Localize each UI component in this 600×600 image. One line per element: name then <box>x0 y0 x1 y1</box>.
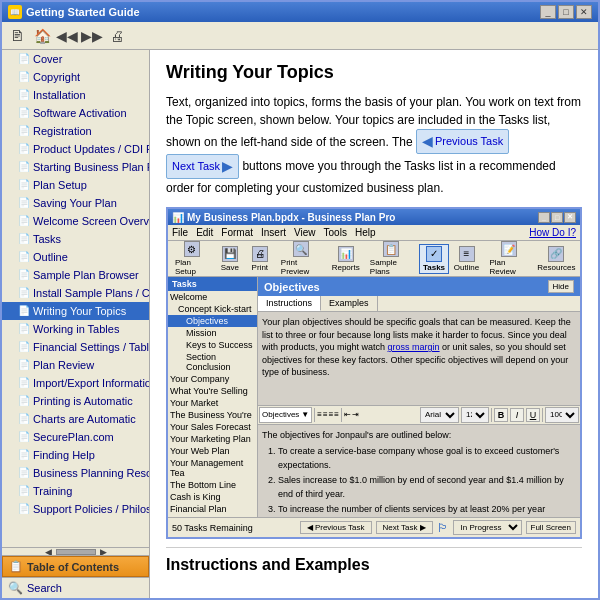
format-icon-4[interactable]: ≡ <box>334 410 339 419</box>
sidebar-item-tables[interactable]: 📄Working in Tables <box>2 320 149 338</box>
tree-finish[interactable]: Finish and Polish <box>168 515 257 517</box>
tree-selling[interactable]: What You're Selling <box>168 385 257 397</box>
toc-button[interactable]: 📋 Table of Contents <box>2 556 149 577</box>
menu-tools[interactable]: Tools <box>324 227 347 238</box>
in-progress-select[interactable]: In Progress <box>453 520 522 535</box>
tree-management[interactable]: Your Management Tea <box>168 457 257 479</box>
menu-insert[interactable]: Insert <box>261 227 286 238</box>
hide-button[interactable]: Hide <box>548 280 574 293</box>
inner-minimize-btn[interactable]: _ <box>538 212 550 223</box>
inner-next-task-btn[interactable]: Next Task ▶ <box>376 521 433 534</box>
tree-business[interactable]: The Business You're <box>168 409 257 421</box>
sidebar-item-cover[interactable]: 📄Cover <box>2 50 149 68</box>
sidebar-item-registration[interactable]: 📄Registration <box>2 122 149 140</box>
how-do-i-link[interactable]: How Do I? <box>529 227 576 238</box>
sidebar-item-charts[interactable]: 📄Charts are Automatic <box>2 410 149 428</box>
tree-mission[interactable]: Mission <box>168 327 257 339</box>
tree-welcome[interactable]: Welcome <box>168 291 257 303</box>
tree-cash[interactable]: Cash is King <box>168 491 257 503</box>
menu-view[interactable]: View <box>294 227 316 238</box>
toolbar-print-button[interactable]: 🖨 <box>106 25 128 47</box>
gross-margin-link[interactable]: gross margin <box>388 342 440 352</box>
inner-reports-btn[interactable]: 📊 Reports <box>329 244 363 274</box>
sidebar-item-business-planning[interactable]: 📄Business Planning Resourc <box>2 464 149 482</box>
inner-prev-task-btn[interactable]: ◀ Previous Task <box>300 521 372 534</box>
sidebar-item-installation[interactable]: 📄Installation <box>2 86 149 104</box>
format-icon-1[interactable]: ≡ <box>317 410 322 419</box>
objectives-selector[interactable]: Objectives ▼ <box>259 407 312 423</box>
sidebar-item-secure[interactable]: 📄SecurePlan.com <box>2 428 149 446</box>
inner-plan-setup-btn[interactable]: ⚙ Plan Setup <box>170 239 214 278</box>
close-button[interactable]: ✕ <box>576 5 592 19</box>
bold-btn[interactable]: B <box>494 408 508 422</box>
minimize-button[interactable]: _ <box>540 5 556 19</box>
sidebar-item-plan-review[interactable]: 📄Plan Review <box>2 356 149 374</box>
indent-icon[interactable]: ⇤ <box>344 410 351 419</box>
prev-task-link[interactable]: ◀ Previous Task <box>416 129 509 154</box>
menu-file[interactable]: File <box>172 227 188 238</box>
sidebar-item-welcome[interactable]: 📄Welcome Screen Overview <box>2 212 149 230</box>
outdent-icon[interactable]: ⇥ <box>352 410 359 419</box>
sidebar-item-plan-setup[interactable]: 📄Plan Setup <box>2 176 149 194</box>
tree-financial[interactable]: Financial Plan <box>168 503 257 515</box>
sidebar-item-support[interactable]: 📄Support Policies / Philosoph <box>2 500 149 518</box>
toolbar-forward-button[interactable]: ▶▶ <box>81 25 103 47</box>
inner-tasks-btn[interactable]: ✓ Tasks <box>419 244 448 274</box>
tree-company[interactable]: Your Company <box>168 373 257 385</box>
sidebar-item-training[interactable]: 📄Training <box>2 482 149 500</box>
sidebar-item-product-updates[interactable]: 📄Product Updates / CDI P... <box>2 140 149 158</box>
tree-marketing[interactable]: Your Marketing Plan <box>168 433 257 445</box>
sidebar-item-sample[interactable]: 📄Sample Plan Browser <box>2 266 149 284</box>
menu-format[interactable]: Format <box>221 227 253 238</box>
sidebar-item-starting[interactable]: 📄Starting Business Plan Pro <box>2 158 149 176</box>
inner-print-btn[interactable]: 🖨 Print <box>246 244 274 274</box>
sidebar-item-install-sample[interactable]: 📄Install Sample Plans / CD-R <box>2 284 149 302</box>
tab-instructions[interactable]: Instructions <box>258 296 321 311</box>
tab-examples[interactable]: Examples <box>321 296 378 311</box>
tree-objectives[interactable]: Objectives <box>168 315 257 327</box>
sidebar-item-outline[interactable]: 📄Outline <box>2 248 149 266</box>
menu-edit[interactable]: Edit <box>196 227 213 238</box>
full-screen-btn[interactable]: Full Screen <box>526 521 576 534</box>
format-icon-3[interactable]: ≡ <box>329 410 334 419</box>
tree-sales[interactable]: Your Sales Forecast <box>168 421 257 433</box>
inner-sample-plans-btn[interactable]: 📋 Sample Plans <box>365 239 418 278</box>
inner-maximize-btn[interactable]: □ <box>551 212 563 223</box>
inner-close-btn[interactable]: ✕ <box>564 212 576 223</box>
tree-bottom-line[interactable]: The Bottom Line <box>168 479 257 491</box>
sidebar-item-tasks[interactable]: 📄Tasks <box>2 230 149 248</box>
inner-print-preview-btn[interactable]: 🔍 Print Preview <box>276 239 327 278</box>
next-task-link[interactable]: Next Task ▶ <box>166 154 239 179</box>
sidebar-item-import[interactable]: 📄Import/Export Information <box>2 374 149 392</box>
tree-concept[interactable]: Concept Kick-start <box>168 303 257 315</box>
sidebar-item-printing[interactable]: 📄Printing is Automatic <box>2 392 149 410</box>
menu-help[interactable]: Help <box>355 227 376 238</box>
sidebar-item-financial[interactable]: 📄Financial Settings / Table W <box>2 338 149 356</box>
toolbar-doc-button[interactable]: 🖹 <box>6 25 28 47</box>
tree-market[interactable]: Your Market <box>168 397 257 409</box>
inner-outline-btn[interactable]: ≡ Outline <box>451 244 483 274</box>
format-icon-2[interactable]: ≡ <box>323 410 328 419</box>
tree-section[interactable]: Section Conclusion <box>168 351 257 373</box>
sidebar-item-writing[interactable]: 📄Writing Your Topics <box>2 302 149 320</box>
font-size-select[interactable]: 12 <box>461 407 489 423</box>
tree-web[interactable]: Your Web Plan <box>168 445 257 457</box>
sidebar-item-saving[interactable]: 📄Saving Your Plan <box>2 194 149 212</box>
search-button[interactable]: 🔍 Search <box>2 577 149 598</box>
toolbar-back-button[interactable]: ◀◀ <box>56 25 78 47</box>
sidebar-item-copyright[interactable]: 📄Copyright <box>2 68 149 86</box>
main-window: 📖 Getting Started Guide _ □ ✕ 🖹 🏠 ◀◀ ▶▶ … <box>0 0 600 600</box>
inner-plan-review-btn[interactable]: 📝 Plan Review <box>484 239 532 278</box>
flag-icon[interactable]: 🏳 <box>437 521 449 535</box>
tree-keys[interactable]: Keys to Success <box>168 339 257 351</box>
sidebar-item-help[interactable]: 📄Finding Help <box>2 446 149 464</box>
inner-resources-btn[interactable]: 🔗 Resources <box>535 244 578 274</box>
sidebar-item-software[interactable]: 📄Software Activation <box>2 104 149 122</box>
inner-save-btn[interactable]: 💾 Save <box>216 244 244 274</box>
zoom-select[interactable]: 100% <box>545 407 579 423</box>
underline-btn[interactable]: U <box>526 408 540 422</box>
toolbar-home-button[interactable]: 🏠 <box>31 25 53 47</box>
maximize-button[interactable]: □ <box>558 5 574 19</box>
italic-btn[interactable]: I <box>510 408 524 422</box>
font-select[interactable]: Arial <box>420 407 459 423</box>
